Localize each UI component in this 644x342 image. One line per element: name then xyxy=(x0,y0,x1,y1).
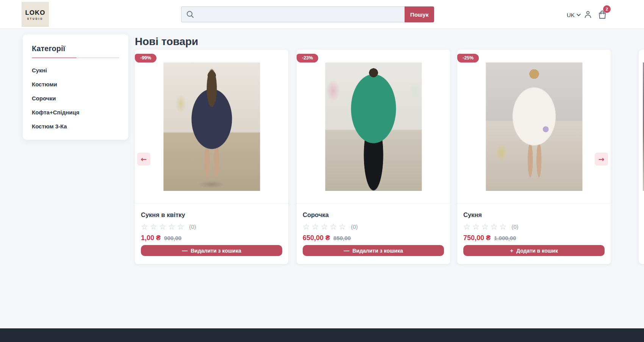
search-input[interactable] xyxy=(181,6,405,22)
cart-count-badge: 2 xyxy=(603,5,611,13)
product-card: -25% Сукня ☆☆☆☆☆ (0) 750,00 ₴ 1.000,00 +… xyxy=(457,50,611,264)
current-price: 1,00 ₴ xyxy=(141,234,161,242)
search-bar: Пошук xyxy=(181,6,434,22)
product-title[interactable]: Сукня в квітку xyxy=(141,211,282,219)
minus-icon: — xyxy=(182,248,188,253)
current-price: 650,00 ₴ xyxy=(303,234,330,242)
button-label: Видалити з кошика xyxy=(352,248,403,254)
rating-row: ☆☆☆☆☆ (0) xyxy=(141,223,282,231)
rating-stars-icon: ☆☆☆☆☆ xyxy=(303,223,348,231)
product-image[interactable] xyxy=(163,62,260,191)
categories-title: Категорії xyxy=(32,44,119,53)
next-product-card-peek xyxy=(639,50,644,264)
search-button[interactable]: Пошук xyxy=(405,6,434,22)
product-card: -99% Сукня в квітку ☆☆☆☆☆ (0) 1,00 ₴ 900… xyxy=(135,50,288,264)
product-title[interactable]: Сукня xyxy=(463,211,605,219)
rating-count: (0) xyxy=(511,223,518,230)
product-image[interactable] xyxy=(325,62,422,191)
chevron-down-icon xyxy=(577,14,581,16)
product-title[interactable]: Сорочка xyxy=(303,211,444,219)
remove-from-cart-button[interactable]: — Видалити з кошика xyxy=(303,245,444,256)
discount-badge: -99% xyxy=(135,54,156,62)
rating-count: (0) xyxy=(189,223,196,230)
old-price: 900,00 xyxy=(164,235,181,241)
old-price: 1.000,00 xyxy=(494,235,516,241)
sidebar-item-suit-3[interactable]: Костюм 3-Ка xyxy=(32,123,119,130)
product-info: Сорочка ☆☆☆☆☆ (0) 650,00 ₴ 850,00 xyxy=(297,203,450,242)
remove-from-cart-button[interactable]: — Видалити з кошика xyxy=(141,245,282,256)
search-icon xyxy=(186,10,194,19)
discount-badge: -23% xyxy=(297,54,318,62)
logo[interactable]: LOKO STUDIO xyxy=(22,2,49,27)
old-price: 850,00 xyxy=(333,235,351,241)
product-image-section: -25% xyxy=(457,50,611,203)
plus-icon: + xyxy=(510,248,513,253)
product-image-section: -99% xyxy=(135,50,288,203)
product-image-section: -23% xyxy=(297,50,450,203)
categories-panel: Категорії Сукні Костюми Сорочки Кофта+Сп… xyxy=(23,34,128,140)
discount-badge: -25% xyxy=(457,54,479,62)
rating-stars-icon: ☆☆☆☆☆ xyxy=(141,223,186,231)
logo-subtitle: STUDIO xyxy=(27,17,44,20)
rating-stars-icon: ☆☆☆☆☆ xyxy=(463,223,508,231)
rating-count: (0) xyxy=(351,223,358,230)
arrow-left-icon: ← xyxy=(141,155,147,163)
product-card: -23% Сорочка ☆☆☆☆☆ (0) 650,00 ₴ 850,00 —… xyxy=(297,50,450,264)
carousel-next-button[interactable]: → xyxy=(595,153,608,166)
price-row: 1,00 ₴ 900,00 xyxy=(141,234,282,242)
sidebar-item-suits[interactable]: Костюми xyxy=(32,81,119,87)
price-row: 750,00 ₴ 1.000,00 xyxy=(463,234,605,242)
product-info: Сукня в квітку ☆☆☆☆☆ (0) 1,00 ₴ 900,00 xyxy=(135,203,288,242)
user-account-icon[interactable] xyxy=(584,10,592,19)
button-label: Видалити з кошика xyxy=(191,248,241,254)
logo-title: LOKO xyxy=(25,9,45,17)
arrow-right-icon: → xyxy=(599,155,605,163)
product-image[interactable] xyxy=(486,62,582,191)
rating-row: ☆☆☆☆☆ (0) xyxy=(463,223,605,231)
language-selector[interactable]: UK xyxy=(567,11,581,19)
categories-list: Сукні Костюми Сорочки Кофта+Спідниця Кос… xyxy=(32,67,119,130)
add-to-cart-button[interactable]: + Додати в кошик xyxy=(463,245,605,256)
header: LOKO STUDIO Пошук UK 2 xyxy=(0,0,644,29)
sidebar-item-top-skirt[interactable]: Кофта+Спідниця xyxy=(32,109,119,116)
carousel-prev-button[interactable]: ← xyxy=(137,153,150,166)
language-label: UK xyxy=(567,12,575,18)
minus-icon: — xyxy=(344,248,349,253)
product-info: Сукня ☆☆☆☆☆ (0) 750,00 ₴ 1.000,00 xyxy=(457,203,611,242)
page-title: Нові товари xyxy=(135,36,198,48)
price-row: 650,00 ₴ 850,00 xyxy=(303,234,444,242)
sidebar-item-shirts[interactable]: Сорочки xyxy=(32,95,119,102)
rating-row: ☆☆☆☆☆ (0) xyxy=(303,223,444,231)
categories-divider xyxy=(32,57,119,58)
footer xyxy=(0,328,644,342)
current-price: 750,00 ₴ xyxy=(463,234,491,242)
sidebar-item-dresses[interactable]: Сукні xyxy=(32,67,119,73)
button-label: Додати в кошик xyxy=(516,248,558,254)
